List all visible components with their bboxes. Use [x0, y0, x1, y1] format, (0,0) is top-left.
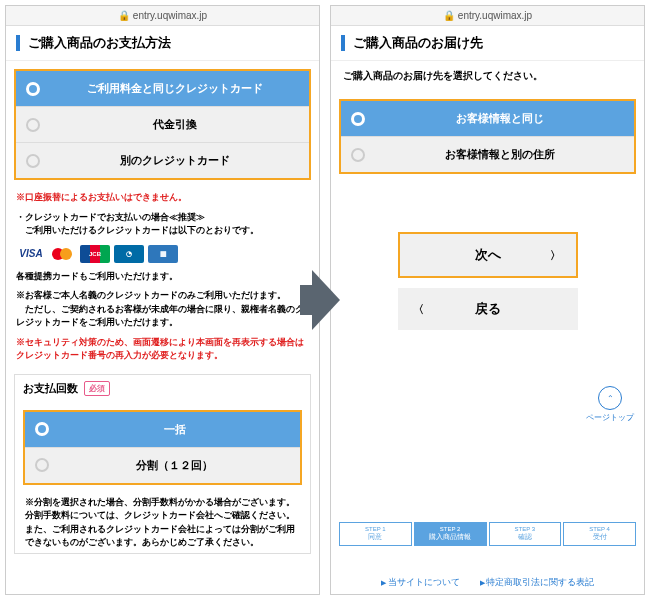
card-note-1: 各種提携カードもご利用いただけます。	[6, 267, 319, 287]
right-panel: 🔒entry.uqwimax.jp ご購入商品のお届け先 ご購入商品のお届け先を…	[330, 5, 645, 595]
bank-transfer-warning: ※口座振替によるお支払いはできません。	[6, 188, 319, 208]
radio-icon	[26, 154, 40, 168]
step-3: STEP 3確認	[489, 522, 562, 546]
step-1: STEP 1同意	[339, 522, 412, 546]
jcb-icon: JCB	[80, 245, 110, 263]
required-badge: 必須	[84, 381, 110, 396]
visa-icon: VISA	[16, 245, 46, 263]
delivery-instruction: ご購入商品のお届け先を選択してください。	[331, 61, 644, 91]
step-indicator: STEP 1同意 STEP 2購入商品情報 STEP 3確認 STEP 4受付	[331, 514, 644, 554]
step-4: STEP 4受付	[563, 522, 636, 546]
page-title: ご購入商品のお支払方法	[28, 34, 171, 52]
installment-group: 一括 分割（１２回）	[23, 410, 302, 485]
back-button[interactable]: 〈戻る	[398, 288, 578, 330]
amex-icon: ▦	[148, 245, 178, 263]
chevron-right-icon: 〉	[550, 248, 561, 263]
section-header: ご購入商品のお届け先	[331, 26, 644, 61]
cc-intro: ・クレジットカードでお支払いの場合≪推奨≫ ご利用いただけるクレジットカードは以…	[6, 208, 319, 241]
chevron-up-icon: ⌃	[598, 386, 622, 410]
left-panel: 🔒entry.uqwimax.jp ご購入商品のお支払方法 ご利用料金と同じクレ…	[5, 5, 320, 595]
payment-option-same-card[interactable]: ご利用料金と同じクレジットカード	[16, 71, 309, 107]
delivery-same[interactable]: お客様情報と同じ	[341, 101, 634, 137]
page-title: ご購入商品のお届け先	[353, 34, 483, 52]
radio-icon	[351, 148, 365, 162]
radio-icon	[35, 458, 49, 472]
radio-icon	[26, 118, 40, 132]
lock-icon: 🔒	[118, 10, 130, 21]
page-top-button[interactable]: ⌃ ページトップ	[586, 386, 634, 423]
radio-icon	[35, 422, 49, 436]
url-bar: 🔒entry.uqwimax.jp	[6, 6, 319, 26]
step-2: STEP 2購入商品情報	[414, 522, 487, 546]
payment-method-group: ご利用料金と同じクレジットカード 代金引換 別のクレジットカード	[14, 69, 311, 180]
security-warning: ※セキュリティ対策のため、画面遷移により本画面を再表示する場合はクレジットカード…	[6, 333, 319, 366]
lock-icon: 🔒	[443, 10, 455, 21]
footer-links: 当サイトについて 特定商取引法に関する表記	[331, 576, 644, 589]
radio-icon	[26, 82, 40, 96]
payment-option-cod[interactable]: 代金引換	[16, 107, 309, 143]
card-logos: VISA JCB ◔ ▦	[6, 241, 319, 267]
installment-section: お支払回数必須 一括 分割（１２回） ※分割を選択された場合、分割手数料がかかる…	[14, 374, 311, 554]
flow-arrow-icon	[312, 270, 340, 330]
section-header: ご購入商品のお支払方法	[6, 26, 319, 61]
installment-note: ※分割を選択された場合、分割手数料がかかる場合がございます。分割手数料については…	[15, 493, 310, 553]
installment-12[interactable]: 分割（１２回）	[25, 448, 300, 483]
footer-legal[interactable]: 特定商取引法に関する表記	[480, 576, 595, 589]
radio-icon	[351, 112, 365, 126]
chevron-left-icon: 〈	[413, 302, 424, 317]
card-note-2: ※お客様ご本人名義のクレジットカードのみご利用いただけます。 ただし、ご契約され…	[6, 286, 319, 333]
installment-title: お支払回数	[23, 381, 78, 396]
installment-once[interactable]: 一括	[25, 412, 300, 448]
footer-about[interactable]: 当サイトについて	[381, 576, 460, 589]
mastercard-icon	[50, 245, 76, 263]
url-bar: 🔒entry.uqwimax.jp	[331, 6, 644, 26]
delivery-group: お客様情報と同じ お客様情報と別の住所	[339, 99, 636, 174]
payment-option-other-card[interactable]: 別のクレジットカード	[16, 143, 309, 178]
next-button[interactable]: 次へ〉	[398, 232, 578, 278]
diners-icon: ◔	[114, 245, 144, 263]
delivery-other[interactable]: お客様情報と別の住所	[341, 137, 634, 172]
